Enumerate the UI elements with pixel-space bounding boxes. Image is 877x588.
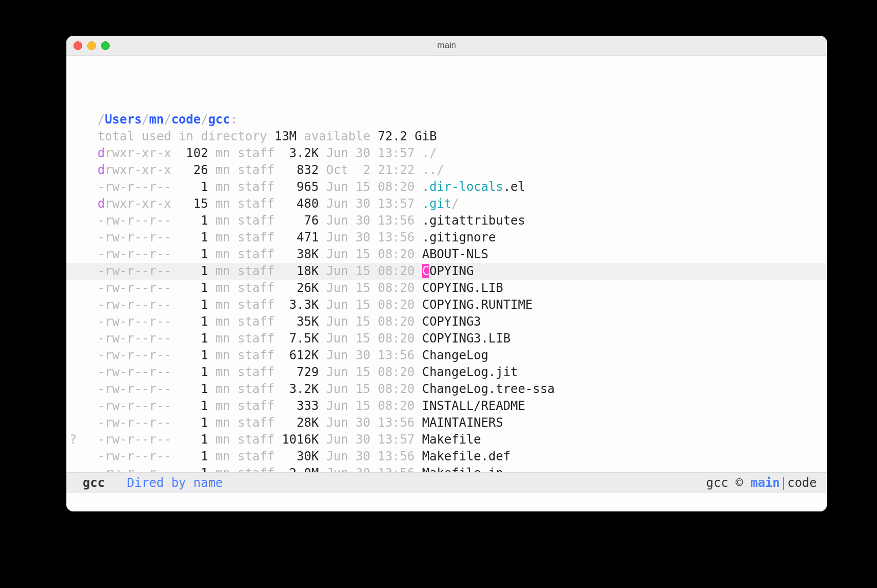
path-segment[interactable]: Users [105, 112, 141, 127]
dired-buffer[interactable]: /Users/mn/code/gcc: total used in direct… [66, 56, 827, 472]
file-name[interactable]: ../ [422, 163, 444, 177]
dired-entry[interactable]: drwxr-xr-x 26 mn staff 832 Oct 2 21:22 .… [66, 162, 827, 179]
zoom-icon[interactable] [101, 41, 110, 50]
file-name[interactable]: .gitattributes [422, 213, 525, 228]
file-name[interactable]: ABOUT-NLS [422, 247, 489, 261]
minimize-icon[interactable] [87, 41, 96, 50]
dired-entry[interactable]: -rw-r--r-- 1 mn staff 333 Jun 15 08:20 I… [66, 398, 827, 414]
traffic-lights [74, 41, 110, 50]
file-name[interactable]: COPYING.LIB [422, 281, 503, 295]
file-name[interactable]: COPYING3.LIB [422, 331, 510, 346]
dired-entry[interactable]: -rw-r--r-- 1 mn staff 3.2K Jun 15 08:20 … [66, 381, 827, 398]
file-name[interactable]: ChangeLog.jit [422, 365, 518, 379]
close-icon[interactable] [74, 41, 82, 50]
git-status-mark: ? [69, 431, 77, 448]
emacs-window: main /Users/mn/code/gcc: total used in d… [66, 36, 827, 511]
dired-entry[interactable]: ? -rw-r--r-- 1 mn staff 1016K Jun 30 13:… [66, 431, 827, 448]
file-name[interactable]: COPYING3 [422, 314, 481, 329]
dired-entry[interactable]: -rw-r--r-- 1 mn staff 3.3K Jun 15 08:20 … [66, 297, 827, 313]
file-name[interactable]: .git/ [422, 197, 459, 211]
dired-entry[interactable]: -rw-r--r-- 1 mn staff 30K Jun 30 13:56 M… [66, 448, 827, 465]
path-segment[interactable]: code [171, 112, 201, 127]
file-name[interactable]: ChangeLog [422, 348, 489, 362]
modeline-buffer: gcc [83, 476, 105, 490]
dired-entry[interactable]: -rw-r--r-- 1 mn staff 26K Jun 15 08:20 C… [66, 280, 827, 297]
modeline-separator: | [780, 476, 787, 490]
dired-entry[interactable]: -rw-r--r-- 1 mn staff 76 Jun 30 13:56 .g… [66, 212, 827, 229]
dired-entry[interactable]: -rw-r--r-- 1 mn staff 38K Jun 15 08:20 A… [66, 246, 827, 263]
dired-entry[interactable]: -rw-r--r-- 1 mn staff 729 Jun 15 08:20 C… [66, 364, 827, 381]
file-name[interactable]: .gitignore [422, 230, 496, 244]
titlebar[interactable]: main [66, 36, 827, 56]
file-name[interactable]: ./ [422, 146, 437, 160]
dired-entry[interactable]: drwxr-xr-x 15 mn staff 480 Jun 30 13:57 … [66, 195, 827, 212]
file-name[interactable]: Makefile.def [422, 449, 510, 463]
file-name[interactable]: Makefile [422, 432, 481, 447]
window-title: main [66, 40, 827, 51]
dired-path: /Users/mn/code/gcc: [66, 111, 827, 128]
file-name[interactable]: COPYING [422, 264, 474, 278]
minibuffer[interactable] [66, 493, 827, 511]
dired-entry[interactable]: -rw-r--r-- 1 mn staff 471 Jun 30 13:56 .… [66, 229, 827, 246]
dired-entry[interactable]: -rw-r--r-- 1 mn staff 18K Jun 15 08:20 C… [66, 263, 827, 280]
file-name[interactable]: .dir-locals.el [422, 180, 525, 194]
dired-entry[interactable]: -rw-r--r-- 1 mn staff 965 Jun 15 08:20 .… [66, 179, 827, 195]
file-name[interactable]: COPYING.RUNTIME [422, 298, 533, 312]
file-name[interactable]: ChangeLog.tree-ssa [422, 382, 555, 396]
modeline[interactable]: gcc Dired by name gcc © main | code [66, 472, 827, 493]
modeline-vc-project: gcc [706, 476, 728, 490]
dired-entry[interactable]: -rw-r--r-- 1 mn staff 2.0M Jun 30 13:56 … [66, 465, 827, 472]
file-name[interactable]: INSTALL/README [422, 399, 525, 413]
modeline-context: code [787, 476, 817, 490]
path-segment[interactable]: mn [149, 112, 164, 127]
file-name[interactable]: MAINTAINERS [422, 415, 503, 430]
dired-entry[interactable]: -rw-r--r-- 1 mn staff 612K Jun 30 13:56 … [66, 347, 827, 364]
path-segment[interactable]: gcc [208, 112, 230, 127]
modeline-mode: Dired by name [127, 476, 223, 490]
dired-entry[interactable]: drwxr-xr-x 102 mn staff 3.2K Jun 30 13:5… [66, 145, 827, 162]
modeline-vc-icon: © [736, 476, 743, 490]
dired-summary: total used in directory 13M available 72… [66, 128, 827, 145]
file-name[interactable]: Makefile.in [422, 466, 503, 472]
dired-entry[interactable]: -rw-r--r-- 1 mn staff 35K Jun 15 08:20 C… [66, 313, 827, 330]
dired-entry[interactable]: -rw-r--r-- 1 mn staff 28K Jun 30 13:56 M… [66, 414, 827, 431]
modeline-branch: main [750, 476, 780, 490]
dired-entry[interactable]: -rw-r--r-- 1 mn staff 7.5K Jun 15 08:20 … [66, 330, 827, 347]
